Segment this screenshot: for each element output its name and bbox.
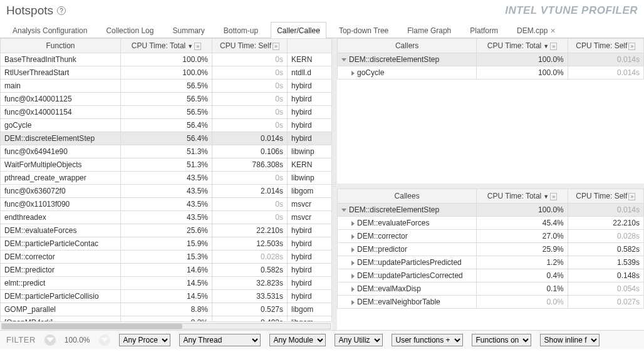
- help-icon[interactable]: ?: [57, 6, 66, 15]
- table-row[interactable]: func@0x64941e9051.3%0.106slibwinp: [1, 145, 332, 158]
- col-cpu-self[interactable]: CPU Time: Self»: [568, 39, 643, 53]
- table-row[interactable]: DEM::predictor14.6%0.582shybird: [1, 264, 332, 277]
- grouping-combo[interactable]: Functions on: [472, 334, 531, 346]
- col-callers[interactable]: Callers: [338, 39, 477, 53]
- table-row[interactable]: func@0x14000115456.5%0shybird: [1, 106, 332, 119]
- filter-bar: FILTER 100.0% Any Proce Any Thread Any M…: [0, 330, 644, 349]
- tree-toggle-icon[interactable]: [341, 209, 346, 212]
- tab-platform[interactable]: Platform: [464, 22, 504, 38]
- tree-toggle-icon[interactable]: [351, 274, 355, 279]
- table-row[interactable]: DEM::particleParticleContac15.9%12.503sh…: [1, 237, 332, 251]
- module-combo[interactable]: Any Module: [269, 334, 326, 346]
- tree-toggle-icon[interactable]: [351, 234, 355, 239]
- funnel-icon[interactable]: [44, 334, 56, 346]
- table-row[interactable]: RtlUserThreadStart100.0%0sntdll.d: [1, 66, 332, 80]
- col-module-clipped[interactable]: [288, 39, 332, 53]
- tab-bottom-up[interactable]: Bottom-up: [217, 22, 264, 38]
- table-row[interactable]: DEM::evalMaxDisp0.1%0.054s: [338, 282, 644, 296]
- filter-label: FILTER: [6, 335, 36, 344]
- table-row[interactable]: DEM::discreteElementStep100.0%0.014s: [338, 204, 644, 217]
- table-row[interactable]: func@0x14000112556.5%0shybird: [1, 93, 332, 106]
- tree-toggle-icon[interactable]: [351, 261, 355, 266]
- expand-icon[interactable]: »: [194, 43, 201, 50]
- table-row[interactable]: DEM::evaluateForces45.4%22.210s: [338, 217, 644, 230]
- expand-icon[interactable]: »: [273, 43, 279, 50]
- col-cpu-total[interactable]: CPU Time: Total▼»: [477, 39, 568, 53]
- close-icon[interactable]: ✕: [550, 27, 556, 34]
- table-row[interactable]: main56.5%0shybird: [1, 80, 332, 93]
- table-row[interactable]: BaseThreadInitThunk100.0%0sKERN: [1, 53, 332, 66]
- tab-summary[interactable]: Summary: [166, 22, 210, 38]
- table-row[interactable]: pthread_create_wrapper43.5%0slibwinp: [1, 172, 332, 185]
- table-row[interactable]: func@0x636072f043.5%2.014slibgom: [1, 185, 332, 198]
- callstack-combo[interactable]: User functions +: [392, 334, 463, 346]
- process-combo[interactable]: Any Proce: [119, 334, 170, 346]
- expand-icon[interactable]: »: [628, 43, 635, 50]
- col-cpu-total[interactable]: CPU Time: Total▼»: [121, 39, 212, 53]
- funnel-clear-icon[interactable]: [99, 334, 110, 346]
- table-row[interactable]: goCycle56.4%0shybird: [1, 119, 332, 132]
- inline-combo[interactable]: Show inline f: [540, 334, 600, 346]
- col-cpu-total[interactable]: CPU Time: Total▼»: [477, 189, 568, 204]
- table-row[interactable]: DEM::corrector15.3%0.028shybird: [1, 251, 332, 264]
- vertical-splitter[interactable]: ······: [332, 38, 337, 330]
- callees-table[interactable]: Callees CPU Time: Total▼» CPU Time: Self…: [337, 189, 644, 309]
- table-row[interactable]: [OpenMP fork]8.3%0.493slibgom: [1, 316, 332, 322]
- tab-top-down-tree[interactable]: Top-down Tree: [333, 22, 395, 38]
- tab-flame-graph[interactable]: Flame Graph: [401, 22, 457, 38]
- expand-icon[interactable]: »: [550, 193, 557, 200]
- utilization-combo[interactable]: Any Utiliz: [335, 334, 383, 346]
- tab-caller-callee[interactable]: Caller/Callee: [271, 22, 326, 38]
- expand-icon[interactable]: »: [628, 193, 635, 200]
- table-row[interactable]: goCycle100.0%0.014s: [338, 66, 644, 80]
- tab-collection-log[interactable]: Collection Log: [100, 22, 160, 38]
- table-row[interactable]: DEM::evalNeighborTable0.0%0.027s: [338, 296, 644, 309]
- tab-analysis-configuration[interactable]: Analysis Configuration: [6, 22, 93, 38]
- table-row[interactable]: DEM::predictor25.9%0.582s: [338, 243, 644, 256]
- tree-toggle-icon[interactable]: [351, 300, 355, 305]
- col-callees[interactable]: Callees: [338, 189, 477, 204]
- table-row[interactable]: DEM::particleParticleCollisio14.5%33.531…: [1, 290, 332, 303]
- function-table[interactable]: Function CPU Time: Total▼» CPU Time: Sel…: [0, 38, 332, 321]
- table-row[interactable]: DEM::updateParticlesPredicted1.2%1.539s: [338, 256, 644, 269]
- col-cpu-self[interactable]: CPU Time: Self»: [212, 39, 288, 53]
- tree-toggle-icon[interactable]: [351, 221, 355, 226]
- thread-combo[interactable]: Any Thread: [179, 334, 261, 346]
- table-row[interactable]: GOMP_parallel8.8%0.527slibgom: [1, 303, 332, 316]
- horizontal-splitter[interactable]: [337, 184, 644, 189]
- tree-toggle-icon[interactable]: [351, 287, 355, 292]
- tree-toggle-icon[interactable]: [351, 247, 355, 252]
- table-row[interactable]: DEM::discreteElementStep56.4%0.014shybir…: [1, 132, 332, 145]
- brand-logo: INTEL VTUNE PROFILER: [505, 4, 638, 17]
- col-cpu-self[interactable]: CPU Time: Self»: [568, 189, 643, 204]
- tree-toggle-icon[interactable]: [351, 71, 355, 76]
- table-row[interactable]: DEM::discreteElementStep100.0%0.014s: [338, 53, 644, 66]
- table-row[interactable]: DEM::evaluateForces25.6%22.210shybird: [1, 224, 332, 237]
- callers-table[interactable]: Callers CPU Time: Total▼» CPU Time: Self…: [337, 38, 644, 80]
- table-row[interactable]: elmt::predict14.5%32.823shybird: [1, 277, 332, 290]
- horizontal-scrollbar[interactable]: [0, 321, 332, 330]
- table-row[interactable]: endthreadex43.5%0smsvcr: [1, 211, 332, 224]
- expand-icon[interactable]: »: [550, 43, 557, 50]
- table-row[interactable]: DEM::corrector27.0%0.028s: [338, 230, 644, 243]
- col-function[interactable]: Function: [1, 39, 121, 53]
- filter-percent: 100.0%: [65, 336, 90, 344]
- page-title: Hotspots ?: [6, 4, 66, 18]
- table-row[interactable]: func@0x11013f09043.5%0smsvcr: [1, 198, 332, 211]
- table-row[interactable]: WaitForMultipleObjects51.3%786.308sKERN: [1, 158, 332, 172]
- table-row[interactable]: DEM::updateParticlesCorrected0.4%0.148s: [338, 269, 644, 282]
- tree-toggle-icon[interactable]: [341, 58, 346, 61]
- tab-bar: Analysis ConfigurationCollection LogSumm…: [0, 19, 644, 38]
- tab-dem-cpp[interactable]: DEM.cpp✕: [511, 22, 562, 38]
